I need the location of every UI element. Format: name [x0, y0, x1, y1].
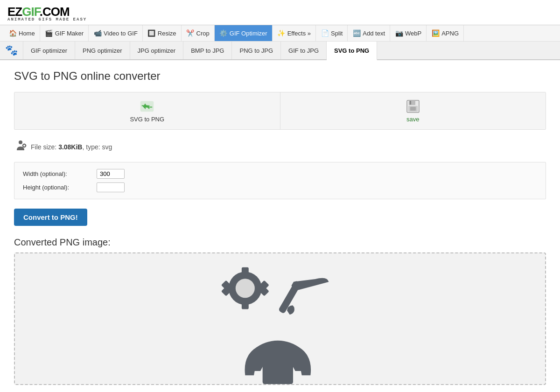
svg-point-6: [19, 140, 22, 144]
nav-video-to-gif[interactable]: 📹 Video to GIF: [89, 25, 143, 41]
main-content: SVG to PNG online converter: [0, 60, 560, 392]
file-info-row: File size: 3.08KiB, type: svg: [14, 139, 546, 154]
upload-label: SVG to PNG: [130, 116, 164, 123]
file-type: svg: [102, 143, 112, 151]
subnav-png-to-jpg[interactable]: PNG to JPG: [232, 42, 281, 59]
file-icon: [14, 139, 27, 154]
subnav-svg-to-png[interactable]: SVG to PNG: [327, 42, 377, 60]
result-title: Converted PNG image:: [14, 237, 546, 248]
video-icon: 📹: [93, 29, 102, 37]
nav-add-text[interactable]: 🔤 Add text: [348, 25, 390, 41]
svg-rect-5: [410, 107, 416, 111]
subnav-logo: 🐾: [0, 42, 23, 59]
nav-crop[interactable]: ✂️ Crop: [182, 25, 215, 41]
sub-nav: 🐾 GIF optimizer PNG optimizer JPG optimi…: [0, 42, 560, 60]
file-info-text: File size: 3.08KiB, type: svg: [31, 143, 112, 151]
text-icon: 🔤: [352, 29, 361, 37]
nav-webp[interactable]: 📷 WebP: [390, 25, 427, 41]
width-label: Width (optional):: [23, 170, 93, 177]
save-icon: [406, 99, 420, 114]
svg-rect-10: [242, 267, 249, 275]
convert-button[interactable]: Convert to PNG!: [14, 209, 87, 226]
save-label: save: [406, 116, 419, 123]
svg-rect-20: [263, 358, 293, 384]
subnav-gif-to-jpg[interactable]: GIF to JPG: [281, 42, 327, 59]
nav-gif-optimizer[interactable]: ⚙️ GIF Optimizer: [215, 25, 273, 41]
site-logo[interactable]: EZGIF.COM ANIMATED GIFS MADE EASY: [7, 5, 87, 22]
nav-gif-maker[interactable]: 🎬 GIF Maker: [40, 25, 89, 41]
action-bar: SVG to PNG save: [14, 92, 546, 130]
subnav-png-optimizer[interactable]: PNG optimizer: [75, 42, 130, 59]
width-input[interactable]: [97, 169, 125, 179]
site-header: EZGIF.COM ANIMATED GIFS MADE EASY: [0, 0, 560, 25]
subnav-bmp-to-jpg[interactable]: BMP to JPG: [183, 42, 232, 59]
svg-rect-3: [410, 101, 411, 105]
apng-icon: 🖼️: [431, 29, 440, 37]
height-input[interactable]: [97, 182, 125, 192]
nav-resize[interactable]: 🔲 Resize: [143, 25, 182, 41]
webp-icon: 📷: [395, 29, 403, 37]
subnav-gif-optimizer[interactable]: GIF optimizer: [23, 42, 75, 59]
split-icon: 📄: [321, 29, 329, 37]
nav-split[interactable]: 📄 Split: [316, 25, 348, 41]
page-title: SVG to PNG online converter: [14, 70, 546, 83]
height-label: Height (optional):: [23, 184, 93, 191]
options-box: Width (optional): Height (optional):: [14, 162, 546, 199]
logo-sub: ANIMATED GIFS MADE EASY: [7, 17, 87, 22]
height-row: Height (optional):: [23, 182, 537, 192]
crop-icon: ✂️: [186, 29, 195, 37]
save-button[interactable]: save: [280, 92, 546, 129]
width-row: Width (optional):: [23, 169, 537, 179]
svg-point-9: [236, 279, 255, 298]
gif-maker-icon: 🎬: [45, 29, 53, 37]
resize-icon: 🔲: [147, 29, 156, 37]
effects-icon: ✨: [277, 29, 286, 37]
home-icon: 🏠: [8, 29, 17, 37]
subnav-jpg-optimizer[interactable]: JPG optimizer: [130, 42, 184, 59]
nav-home[interactable]: 🏠 Home: [4, 25, 40, 41]
upload-button[interactable]: SVG to PNG: [14, 92, 280, 129]
optimizer-icon: ⚙️: [219, 29, 228, 37]
upload-icon: [140, 99, 154, 114]
result-svg-image: [210, 253, 350, 384]
nav-apng[interactable]: 🖼️ APNG: [427, 25, 464, 41]
main-nav: 🏠 Home 🎬 GIF Maker 📹 Video to GIF 🔲 Resi…: [0, 25, 560, 42]
nav-effects[interactable]: ✨ Effects »: [273, 25, 316, 41]
svg-rect-11: [242, 301, 249, 309]
result-image-container: [14, 252, 546, 385]
file-size: 3.08KiB: [58, 143, 82, 151]
